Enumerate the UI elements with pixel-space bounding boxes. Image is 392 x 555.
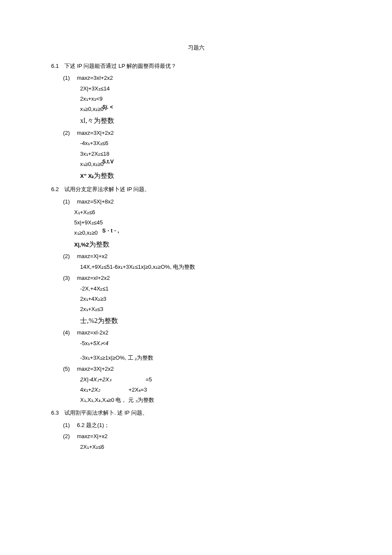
q62-p3-label: (3) maxz=xI+2x2	[51, 273, 341, 284]
q62-p3-c3: 2x₁+X₂≤3	[51, 304, 341, 314]
q62-p1-label: (1) maxz=5X|+8x2	[51, 197, 341, 207]
q62-p1-c3: x₁≥0,x₂≥0	[51, 228, 341, 238]
q62-p3-c2: 2x₁+4X₂≥3	[51, 294, 341, 304]
q62-p1-c2: 5x|+9X₂≤45	[51, 218, 341, 228]
q62-p1-c4-pre: X|,%2	[74, 241, 89, 248]
q61-p2-c1: -4x₁+3X₂≤6	[51, 138, 341, 148]
q61-p1-c3: x₁≥0,x₂≥0	[51, 104, 341, 114]
q62-p5-c1: 2X|-4X₂+2X₃ =5	[51, 375, 341, 385]
q61-p1-c4: xl,々为整数	[51, 114, 341, 127]
q61-p2-c4-post: 为整数	[94, 172, 114, 179]
q62-p5-c2a: 4x₁+2X₂	[80, 385, 127, 395]
question-6-3: 6.3 试用割平面法求解卜. 述 IP 问题。	[51, 408, 341, 418]
q61-p1-label: (1) maxz=3xI+2x2	[51, 73, 341, 84]
q61-p2-block: -4x₁+3X₂≤6 3x₁+2X₂≤18 S.t.V x₁≥0,x₂≥0 X”…	[51, 138, 341, 182]
page-title: 习题六	[51, 43, 341, 53]
q61-p1-c1: 2X|+3X₂≤14	[51, 84, 341, 94]
q62-p5-label: (5) maxz=3X|+2x2	[51, 364, 341, 375]
q61-p2-c2: 3x₁+2X₂≤18	[51, 149, 341, 159]
q61-p1-st: Sj. <	[102, 102, 113, 112]
q62-p3-c1: -2X,+4X₂≤1	[51, 284, 341, 294]
q62-p4-label: (4) maxz=xI-2x2	[51, 328, 341, 338]
document-page: 习题六 6.1 下述 IP 问题能否通过 LP 解的圆整而得最优？ (1) ma…	[0, 0, 392, 503]
q62-p1-c1: X₁+X₂≤6	[51, 207, 341, 218]
q62-p4-c1-text: -5x₁+5X₂<4	[80, 340, 108, 346]
q62-p1-c4: X|,%2为整数	[51, 238, 341, 251]
q62-p1-st: S・t・,	[102, 226, 119, 236]
q62-p2-c1: 14X,+9X₂≤51-6x₁+3X₂≤1x|≥0,x₂≥O%, 电为整数	[51, 262, 341, 272]
q63-p1: (1) 6.2 题之(1)；	[51, 420, 341, 431]
q62-p4-c1: -5x₁+5X₂<4	[51, 338, 341, 349]
q62-p3-c4: 士,%2为整数	[51, 314, 341, 327]
q61-p2-c4-pre: X” X₂	[80, 173, 94, 179]
q62-p5-c1b: =5	[146, 376, 152, 383]
q61-p2-c4: X” X₂为整数	[51, 169, 341, 182]
q63-p2-c1: 2X₁+X₂≤6	[51, 442, 341, 452]
q62-p1-c4-post: 为整数	[89, 241, 110, 248]
q61-p2-c3: x₁≥0,x₂≥0	[51, 159, 341, 169]
q61-p2-label: (2) maxz=3X|+2x2	[51, 128, 341, 139]
q63-p2-label: (2) maxz=X|+x2	[51, 431, 341, 442]
q62-p5-c2: 4x₁+2X₂ +2X₄=3	[51, 385, 341, 395]
q62-p1-block: X₁+X₂≤6 5x|+9X₂≤45 S・t・, x₁≥0,x₂≥0 X|,%2…	[51, 207, 341, 251]
q61-p1-c2: 2x₁+x₂<9	[51, 94, 341, 104]
q61-p1-block: 2X|+3X₂≤14 2x₁+x₂<9 Sj. < x₁≥0,x₂≥0 xl,々…	[51, 84, 341, 127]
question-6-1: 6.1 下述 IP 问题能否通过 LP 解的圆整而得最优？	[51, 61, 341, 72]
q62-p4-c2: -3x₁+3X₂≥1x|≥O%, 工 ₂为整数	[51, 353, 341, 363]
question-6-2: 6.2 试用分支定界法求解卜述 IP 问题。	[51, 184, 341, 195]
q61-p2-st: S.t.V	[102, 157, 114, 167]
q62-p5-c1a: 2X|-4X₂+2X₃	[80, 375, 144, 385]
q62-p5-c2b: +2X₄=3	[129, 386, 147, 393]
q62-p2-label: (2) maxz=X|+x2	[51, 251, 341, 262]
q62-p5-c3: X₁,X₂,X₃,X₄≥0 电， 元 ₃为整数	[51, 395, 341, 405]
